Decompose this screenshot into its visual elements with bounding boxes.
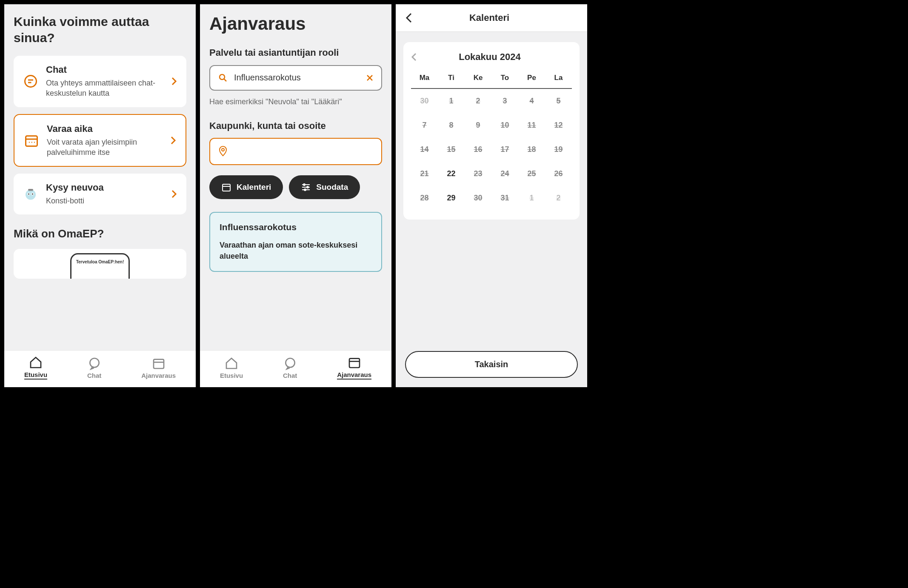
filter-button[interactable]: Suodata xyxy=(289,175,360,199)
svg-point-13 xyxy=(303,184,305,186)
header-title: Kalenteri xyxy=(413,12,566,23)
home-icon xyxy=(225,357,238,370)
calendar-day: 14 xyxy=(411,137,438,162)
card-title: Varaa aika xyxy=(47,123,163,134)
nav-label: Etusivu xyxy=(24,371,47,380)
calendar-day: 2 xyxy=(545,186,572,210)
phone-mockup: Tervetuloa OmaEP:hen! xyxy=(70,253,130,279)
page-title: Ajanvaraus xyxy=(209,14,382,34)
prev-month-icon[interactable] xyxy=(411,52,417,62)
svg-rect-9 xyxy=(154,359,164,368)
clear-icon[interactable] xyxy=(366,74,374,82)
calendar-day: 25 xyxy=(518,162,545,186)
chevron-right-icon xyxy=(171,77,177,86)
card-desc: Voit varata ajan yleisimpiin palveluihim… xyxy=(47,137,163,158)
bot-icon xyxy=(23,186,38,202)
svg-rect-7 xyxy=(28,189,33,191)
service-hint: Hae esimerkiksi "Neuvola" tai "Lääkäri" xyxy=(209,97,382,107)
nav-chat[interactable]: Chat xyxy=(87,357,101,379)
card-title: Kysy neuvoa xyxy=(46,182,163,193)
calendar-header: Kalenteri xyxy=(396,4,587,32)
calendar-day: 26 xyxy=(545,162,572,186)
calendar-day: 23 xyxy=(465,162,491,186)
nav-booking[interactable]: Ajanvaraus xyxy=(337,356,371,380)
info-body: Varaathan ajan oman sote-keskuksesi alue… xyxy=(220,240,372,261)
month-label: Lokakuu 2024 xyxy=(417,51,563,63)
location-label: Kaupunki, kunta tai osoite xyxy=(209,120,382,132)
calendar-icon xyxy=(24,133,39,148)
calendar-card: Lokakuu 2024 MaTiKeToPeLa301234578910111… xyxy=(403,42,580,220)
card-body: Kysy neuvoa Konsti-botti xyxy=(46,182,163,206)
calendar-day: 21 xyxy=(411,162,438,186)
calendar-button[interactable]: Kalenteri xyxy=(209,175,283,199)
calendar-day[interactable]: 22 xyxy=(438,162,465,186)
day-header: Ma xyxy=(411,70,438,89)
page-title: Kuinka voimme auttaa sinua? xyxy=(14,14,186,46)
calendar-footer: Takaisin xyxy=(396,351,587,387)
card-desc: Konsti-botti xyxy=(46,196,163,206)
service-search-field[interactable] xyxy=(209,65,382,91)
nav-booking[interactable]: Ajanvaraus xyxy=(141,357,176,379)
card-book-appointment[interactable]: Varaa aika Voit varata ajan yleisimpiin … xyxy=(14,114,186,167)
calendar-day: 28 xyxy=(411,186,438,210)
section-subtitle: Mikä on OmaEP? xyxy=(14,227,186,240)
calendar-day: 3 xyxy=(491,89,518,113)
calendar-day: 8 xyxy=(438,113,465,137)
chat-icon xyxy=(23,74,38,89)
service-label: Palvelu tai asiantuntijan rooli xyxy=(209,47,382,59)
svg-point-0 xyxy=(25,76,37,87)
nav-label: Ajanvaraus xyxy=(337,371,371,380)
card-title: Chat xyxy=(46,64,163,75)
calendar-grid: MaTiKeToPeLa3012345789101112141516171819… xyxy=(411,70,572,210)
back-icon[interactable] xyxy=(405,12,413,24)
calendar-day: 10 xyxy=(491,113,518,137)
chevron-right-icon xyxy=(171,189,177,199)
phone-label: Tervetuloa OmaEP:hen! xyxy=(71,260,128,264)
svg-point-14 xyxy=(307,186,308,188)
svg-rect-17 xyxy=(349,359,360,368)
svg-rect-1 xyxy=(26,136,37,146)
nav-label: Chat xyxy=(283,372,297,379)
screen-content: Kuinka voimme auttaa sinua? Chat Ota yht… xyxy=(4,4,196,350)
svg-point-11 xyxy=(222,148,224,151)
calendar-day[interactable]: 29 xyxy=(438,186,465,210)
calendar-day: 18 xyxy=(518,137,545,162)
button-label: Takaisin xyxy=(475,360,508,369)
chat-icon xyxy=(283,357,297,370)
day-header: Pe xyxy=(518,70,545,89)
calendar-day: 2 xyxy=(465,89,491,113)
filter-icon xyxy=(301,182,311,192)
search-icon xyxy=(218,73,228,83)
calendar-icon xyxy=(221,182,231,192)
calendar-day: 1 xyxy=(438,89,465,113)
location-input[interactable] xyxy=(234,147,374,157)
back-button[interactable]: Takaisin xyxy=(405,351,578,378)
nav-label: Chat xyxy=(87,372,101,379)
button-label: Kalenteri xyxy=(237,183,271,192)
home-icon xyxy=(29,356,43,369)
service-input[interactable] xyxy=(234,73,360,83)
card-desc: Ota yhteys ammattilaiseen chat-keskustel… xyxy=(46,78,163,99)
card-chat[interactable]: Chat Ota yhteys ammattilaiseen chat-kesk… xyxy=(14,56,186,107)
filter-row: Kalenteri Suodata xyxy=(209,175,382,199)
button-label: Suodata xyxy=(316,183,348,192)
day-header: Ke xyxy=(465,70,491,89)
info-title: Influenssarokotus xyxy=(220,222,372,232)
card-ask-advice[interactable]: Kysy neuvoa Konsti-botti xyxy=(14,174,186,214)
svg-point-6 xyxy=(32,194,33,195)
nav-label: Ajanvaraus xyxy=(141,372,176,379)
screen-calendar: Kalenteri Lokakuu 2024 MaTiKeToPeLa30123… xyxy=(396,4,587,387)
nav-label: Etusivu xyxy=(220,372,243,379)
calendar-day: 12 xyxy=(545,113,572,137)
calendar-day: 9 xyxy=(465,113,491,137)
promo-card[interactable]: Tervetuloa OmaEP:hen! xyxy=(14,249,186,279)
svg-rect-12 xyxy=(223,184,230,191)
nav-home[interactable]: Etusivu xyxy=(24,356,47,380)
svg-point-15 xyxy=(304,189,306,191)
location-search-field[interactable] xyxy=(209,138,382,165)
screen-booking: Ajanvaraus Palvelu tai asiantuntijan roo… xyxy=(200,4,391,387)
nav-home[interactable]: Etusivu xyxy=(220,357,243,379)
nav-chat[interactable]: Chat xyxy=(283,357,297,379)
calendar-day: 19 xyxy=(545,137,572,162)
svg-point-2 xyxy=(26,190,36,200)
